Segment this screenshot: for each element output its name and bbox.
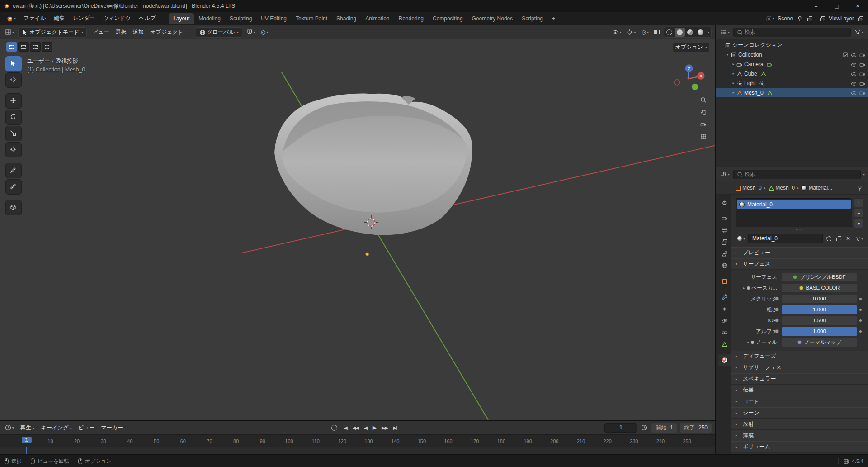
surface-alpha-slider[interactable]: 1.000 bbox=[782, 327, 857, 336]
panel-diffuse[interactable]: ▸ディフューズ bbox=[731, 351, 868, 362]
mode-dropdown[interactable]: オブジェクトモード▾ bbox=[18, 27, 87, 38]
snap-toggle[interactable]: ▾ bbox=[245, 28, 257, 36]
jump-to-end-button[interactable]: ▶| bbox=[391, 424, 399, 431]
workspace-tab-sculpting[interactable]: Sculpting bbox=[225, 13, 256, 24]
shading-wireframe-button[interactable] bbox=[665, 28, 675, 37]
decorator-dot[interactable] bbox=[859, 298, 862, 300]
timeline-menu-keying[interactable]: キーイング ▾ bbox=[38, 422, 75, 434]
outliner-row-camera[interactable]: ▸ Camera bbox=[716, 59, 868, 69]
outliner-row-light[interactable]: ▸ Light bbox=[716, 78, 868, 88]
timeline-menu-view[interactable]: ビュー bbox=[75, 422, 98, 434]
object-visibility-dropdown[interactable]: ▾ bbox=[611, 28, 623, 36]
jump-to-prev-keyframe-button[interactable]: ◀◀ bbox=[350, 424, 361, 431]
material-name-field[interactable]: Material_0 bbox=[748, 234, 823, 243]
select-mode-subtract[interactable] bbox=[30, 42, 41, 52]
frame-start-field[interactable]: 開始1 bbox=[651, 423, 677, 433]
new-viewlayer-button[interactable] bbox=[856, 15, 864, 22]
properties-tab-object[interactable] bbox=[718, 276, 731, 287]
hide-in-viewport-toggle[interactable] bbox=[849, 90, 858, 95]
camera-view-icon[interactable] bbox=[700, 121, 708, 129]
menu-help[interactable]: ヘルプ bbox=[135, 13, 160, 24]
disable-in-renders-toggle[interactable] bbox=[858, 90, 866, 95]
xray-toggle[interactable] bbox=[653, 29, 661, 35]
tool-measure[interactable] bbox=[5, 179, 22, 195]
viewport-canvas[interactable]: ユーザー・透視投影 (1) Collection | Mesh_0 オプション▾ bbox=[0, 39, 715, 420]
properties-search[interactable]: 検索 bbox=[733, 170, 861, 179]
menu-render[interactable]: レンダー bbox=[69, 13, 99, 24]
workspace-tab-layout[interactable]: Layout bbox=[169, 13, 194, 24]
panel-subsurface[interactable]: ▸サブサーフェス bbox=[731, 362, 868, 373]
panel-emission[interactable]: ▸放射 bbox=[731, 419, 868, 430]
expander-icon[interactable]: ▸ bbox=[731, 62, 736, 66]
workspace-tab-modeling[interactable]: Modeling bbox=[194, 13, 225, 24]
pin-scene-icon[interactable] bbox=[795, 15, 803, 22]
fake-user-shield-button[interactable] bbox=[825, 235, 833, 242]
chevron-down-icon[interactable]: ▾ bbox=[863, 172, 865, 176]
tool-transform[interactable] bbox=[5, 142, 22, 157]
tool-annotate[interactable] bbox=[5, 163, 22, 178]
play-button[interactable]: ▶ bbox=[370, 424, 378, 432]
viewport-menu-object[interactable]: オブジェクト bbox=[147, 27, 187, 38]
pan-hand-icon[interactable] bbox=[700, 109, 708, 117]
collection-checkbox[interactable] bbox=[840, 52, 849, 57]
decorator-dot[interactable] bbox=[859, 309, 862, 311]
editor-type-button[interactable]: ▾ bbox=[4, 28, 15, 36]
jump-to-start-button[interactable]: |◀ bbox=[341, 424, 349, 431]
proportional-editing-toggle[interactable]: ◎▾ bbox=[259, 28, 270, 36]
outliner-row-mesh-0[interactable]: ▸ Mesh_0 bbox=[716, 88, 868, 97]
viewlayer-name[interactable]: ViewLayer bbox=[829, 15, 854, 22]
panel-surface[interactable]: ▾サーフェス bbox=[731, 258, 868, 270]
surface-base-color-button[interactable]: BASE COLOR bbox=[782, 284, 857, 292]
unlink-material-button[interactable]: ✕ bbox=[844, 234, 852, 243]
panel-thin-film[interactable]: ▸薄膜 bbox=[731, 430, 868, 441]
disable-in-renders-toggle[interactable] bbox=[858, 52, 866, 57]
input-socket[interactable] bbox=[775, 308, 779, 312]
decorator-dot[interactable] bbox=[859, 319, 862, 322]
workspace-tab-rendering[interactable]: Rendering bbox=[394, 13, 428, 24]
workspace-tab-animation[interactable]: Animation bbox=[361, 13, 394, 24]
breadcrumb-item-2[interactable]: Material... bbox=[801, 185, 832, 191]
slot-specials-button[interactable]: ▾ bbox=[854, 219, 863, 228]
workspace-tab-compositing[interactable]: Compositing bbox=[428, 13, 467, 24]
properties-tab-physics[interactable] bbox=[718, 315, 731, 327]
current-frame-field[interactable]: 1 bbox=[604, 423, 637, 433]
panel-preview[interactable]: ▸プレビュー bbox=[731, 247, 868, 258]
play-reverse-button[interactable]: ◀ bbox=[362, 424, 369, 431]
bowl-mesh-object[interactable] bbox=[274, 94, 472, 235]
material-slot[interactable]: Material_0 bbox=[737, 200, 851, 209]
properties-tab-particles[interactable]: ✶ bbox=[718, 303, 731, 315]
browse-material-button[interactable]: ▾ bbox=[736, 235, 746, 242]
select-mode-intersect[interactable] bbox=[42, 42, 52, 52]
workspace-tab-uv-editing[interactable]: UV Editing bbox=[256, 13, 291, 24]
properties-tab-material[interactable] bbox=[718, 354, 731, 366]
maximize-button[interactable]: ▢ bbox=[826, 0, 847, 12]
timeline-track[interactable] bbox=[0, 447, 715, 454]
outliner-filter-button[interactable]: ▾ bbox=[853, 28, 865, 36]
expander-icon[interactable]: ▸ bbox=[731, 71, 736, 76]
properties-tab-view-layer[interactable] bbox=[718, 236, 731, 248]
disable-in-renders-toggle[interactable] bbox=[858, 81, 866, 86]
input-socket[interactable] bbox=[775, 319, 779, 323]
properties-tab-modifiers[interactable] bbox=[718, 291, 731, 303]
shading-rendered-button[interactable] bbox=[696, 28, 706, 37]
close-button[interactable]: ✕ bbox=[847, 0, 868, 12]
menu-window[interactable]: ウィンドウ bbox=[99, 13, 135, 24]
properties-editor-type-button[interactable]: ▾ bbox=[719, 170, 731, 178]
add-slot-button[interactable]: + bbox=[854, 198, 863, 207]
zoom-icon[interactable] bbox=[700, 97, 708, 105]
timeline-menu-playback[interactable]: 再生 ▾ bbox=[17, 422, 38, 434]
auto-keyframe-toggle[interactable] bbox=[331, 425, 337, 431]
input-socket[interactable] bbox=[775, 329, 779, 334]
panel-specular[interactable]: ▸スペキュラー bbox=[731, 373, 868, 385]
workspace-tab-geometry-nodes[interactable]: Geometry Nodes bbox=[467, 13, 518, 24]
jump-to-next-keyframe-button[interactable]: ▶▶ bbox=[379, 424, 390, 431]
input-socket[interactable] bbox=[775, 297, 779, 301]
tool-rotate[interactable] bbox=[5, 110, 22, 125]
hide-in-viewport-toggle[interactable] bbox=[849, 81, 858, 86]
add-workspace-button[interactable]: + bbox=[548, 14, 559, 24]
surface-roughness-slider[interactable]: 1.000 bbox=[782, 305, 857, 314]
new-material-button[interactable] bbox=[835, 235, 843, 242]
browse-scene-button[interactable]: ▾ bbox=[764, 15, 775, 22]
blender-menu-button[interactable]: ▾ bbox=[4, 14, 19, 23]
show-overlays-toggle[interactable]: ◎▾ bbox=[640, 28, 650, 36]
